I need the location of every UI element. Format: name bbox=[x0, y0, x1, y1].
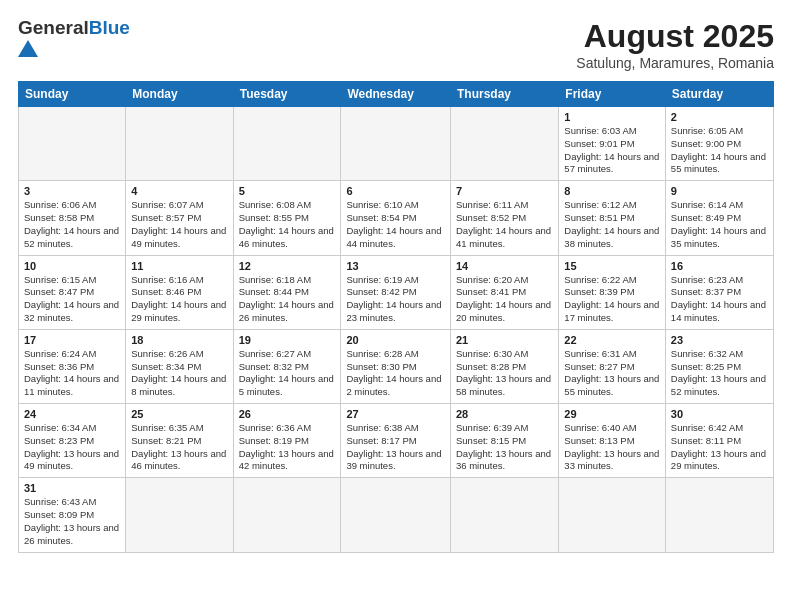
day-info: Sunrise: 6:30 AM Sunset: 8:28 PM Dayligh… bbox=[456, 348, 553, 399]
day-number: 10 bbox=[24, 260, 120, 272]
calendar-subtitle: Satulung, Maramures, Romania bbox=[576, 55, 774, 71]
day-number: 2 bbox=[671, 111, 768, 123]
day-info: Sunrise: 6:34 AM Sunset: 8:23 PM Dayligh… bbox=[24, 422, 120, 473]
weekday-header-thursday: Thursday bbox=[451, 82, 559, 107]
day-cell: 13Sunrise: 6:19 AM Sunset: 8:42 PM Dayli… bbox=[341, 255, 451, 329]
day-cell: 23Sunrise: 6:32 AM Sunset: 8:25 PM Dayli… bbox=[665, 329, 773, 403]
day-cell: 7Sunrise: 6:11 AM Sunset: 8:52 PM Daylig… bbox=[451, 181, 559, 255]
day-number: 18 bbox=[131, 334, 227, 346]
day-cell bbox=[233, 478, 341, 552]
day-number: 22 bbox=[564, 334, 660, 346]
week-row-2: 3Sunrise: 6:06 AM Sunset: 8:58 PM Daylig… bbox=[19, 181, 774, 255]
day-info: Sunrise: 6:20 AM Sunset: 8:41 PM Dayligh… bbox=[456, 274, 553, 325]
day-number: 5 bbox=[239, 185, 336, 197]
day-cell: 6Sunrise: 6:10 AM Sunset: 8:54 PM Daylig… bbox=[341, 181, 451, 255]
day-number: 25 bbox=[131, 408, 227, 420]
day-info: Sunrise: 6:14 AM Sunset: 8:49 PM Dayligh… bbox=[671, 199, 768, 250]
day-number: 16 bbox=[671, 260, 768, 272]
day-number: 9 bbox=[671, 185, 768, 197]
day-info: Sunrise: 6:07 AM Sunset: 8:57 PM Dayligh… bbox=[131, 199, 227, 250]
day-info: Sunrise: 6:26 AM Sunset: 8:34 PM Dayligh… bbox=[131, 348, 227, 399]
day-info: Sunrise: 6:11 AM Sunset: 8:52 PM Dayligh… bbox=[456, 199, 553, 250]
day-info: Sunrise: 6:24 AM Sunset: 8:36 PM Dayligh… bbox=[24, 348, 120, 399]
day-info: Sunrise: 6:42 AM Sunset: 8:11 PM Dayligh… bbox=[671, 422, 768, 473]
logo-icon bbox=[18, 40, 38, 57]
day-number: 15 bbox=[564, 260, 660, 272]
weekday-header-sunday: Sunday bbox=[19, 82, 126, 107]
day-cell: 20Sunrise: 6:28 AM Sunset: 8:30 PM Dayli… bbox=[341, 329, 451, 403]
day-info: Sunrise: 6:03 AM Sunset: 9:01 PM Dayligh… bbox=[564, 125, 660, 176]
day-info: Sunrise: 6:18 AM Sunset: 8:44 PM Dayligh… bbox=[239, 274, 336, 325]
day-info: Sunrise: 6:05 AM Sunset: 9:00 PM Dayligh… bbox=[671, 125, 768, 176]
day-cell: 29Sunrise: 6:40 AM Sunset: 8:13 PM Dayli… bbox=[559, 404, 666, 478]
day-cell: 3Sunrise: 6:06 AM Sunset: 8:58 PM Daylig… bbox=[19, 181, 126, 255]
day-cell: 4Sunrise: 6:07 AM Sunset: 8:57 PM Daylig… bbox=[126, 181, 233, 255]
day-number: 29 bbox=[564, 408, 660, 420]
day-info: Sunrise: 6:31 AM Sunset: 8:27 PM Dayligh… bbox=[564, 348, 660, 399]
day-number: 7 bbox=[456, 185, 553, 197]
day-cell: 16Sunrise: 6:23 AM Sunset: 8:37 PM Dayli… bbox=[665, 255, 773, 329]
day-number: 26 bbox=[239, 408, 336, 420]
day-cell bbox=[451, 478, 559, 552]
day-cell: 1Sunrise: 6:03 AM Sunset: 9:01 PM Daylig… bbox=[559, 107, 666, 181]
day-cell: 15Sunrise: 6:22 AM Sunset: 8:39 PM Dayli… bbox=[559, 255, 666, 329]
day-cell: 22Sunrise: 6:31 AM Sunset: 8:27 PM Dayli… bbox=[559, 329, 666, 403]
day-cell bbox=[341, 478, 451, 552]
day-info: Sunrise: 6:32 AM Sunset: 8:25 PM Dayligh… bbox=[671, 348, 768, 399]
day-number: 31 bbox=[24, 482, 120, 494]
day-number: 12 bbox=[239, 260, 336, 272]
week-row-5: 24Sunrise: 6:34 AM Sunset: 8:23 PM Dayli… bbox=[19, 404, 774, 478]
weekday-header-monday: Monday bbox=[126, 82, 233, 107]
logo: GeneralBlue bbox=[18, 18, 130, 57]
day-number: 17 bbox=[24, 334, 120, 346]
day-cell: 30Sunrise: 6:42 AM Sunset: 8:11 PM Dayli… bbox=[665, 404, 773, 478]
day-info: Sunrise: 6:19 AM Sunset: 8:42 PM Dayligh… bbox=[346, 274, 445, 325]
day-cell: 26Sunrise: 6:36 AM Sunset: 8:19 PM Dayli… bbox=[233, 404, 341, 478]
day-number: 6 bbox=[346, 185, 445, 197]
day-cell: 12Sunrise: 6:18 AM Sunset: 8:44 PM Dayli… bbox=[233, 255, 341, 329]
day-cell bbox=[126, 107, 233, 181]
day-cell: 21Sunrise: 6:30 AM Sunset: 8:28 PM Dayli… bbox=[451, 329, 559, 403]
calendar-title: August 2025 bbox=[576, 18, 774, 55]
weekday-header-wednesday: Wednesday bbox=[341, 82, 451, 107]
day-info: Sunrise: 6:35 AM Sunset: 8:21 PM Dayligh… bbox=[131, 422, 227, 473]
calendar-header: SundayMondayTuesdayWednesdayThursdayFrid… bbox=[19, 82, 774, 107]
day-info: Sunrise: 6:27 AM Sunset: 8:32 PM Dayligh… bbox=[239, 348, 336, 399]
day-cell: 17Sunrise: 6:24 AM Sunset: 8:36 PM Dayli… bbox=[19, 329, 126, 403]
day-cell bbox=[126, 478, 233, 552]
day-cell bbox=[451, 107, 559, 181]
week-row-1: 1Sunrise: 6:03 AM Sunset: 9:01 PM Daylig… bbox=[19, 107, 774, 181]
day-cell: 5Sunrise: 6:08 AM Sunset: 8:55 PM Daylig… bbox=[233, 181, 341, 255]
day-info: Sunrise: 6:06 AM Sunset: 8:58 PM Dayligh… bbox=[24, 199, 120, 250]
day-cell bbox=[559, 478, 666, 552]
day-info: Sunrise: 6:43 AM Sunset: 8:09 PM Dayligh… bbox=[24, 496, 120, 547]
day-number: 4 bbox=[131, 185, 227, 197]
day-cell: 19Sunrise: 6:27 AM Sunset: 8:32 PM Dayli… bbox=[233, 329, 341, 403]
day-number: 13 bbox=[346, 260, 445, 272]
weekday-header-friday: Friday bbox=[559, 82, 666, 107]
week-row-3: 10Sunrise: 6:15 AM Sunset: 8:47 PM Dayli… bbox=[19, 255, 774, 329]
weekday-row: SundayMondayTuesdayWednesdayThursdayFrid… bbox=[19, 82, 774, 107]
day-cell: 25Sunrise: 6:35 AM Sunset: 8:21 PM Dayli… bbox=[126, 404, 233, 478]
day-cell: 9Sunrise: 6:14 AM Sunset: 8:49 PM Daylig… bbox=[665, 181, 773, 255]
day-cell: 8Sunrise: 6:12 AM Sunset: 8:51 PM Daylig… bbox=[559, 181, 666, 255]
day-info: Sunrise: 6:28 AM Sunset: 8:30 PM Dayligh… bbox=[346, 348, 445, 399]
day-number: 24 bbox=[24, 408, 120, 420]
week-row-6: 31Sunrise: 6:43 AM Sunset: 8:09 PM Dayli… bbox=[19, 478, 774, 552]
day-info: Sunrise: 6:16 AM Sunset: 8:46 PM Dayligh… bbox=[131, 274, 227, 325]
day-info: Sunrise: 6:12 AM Sunset: 8:51 PM Dayligh… bbox=[564, 199, 660, 250]
day-info: Sunrise: 6:36 AM Sunset: 8:19 PM Dayligh… bbox=[239, 422, 336, 473]
day-cell: 31Sunrise: 6:43 AM Sunset: 8:09 PM Dayli… bbox=[19, 478, 126, 552]
day-cell: 14Sunrise: 6:20 AM Sunset: 8:41 PM Dayli… bbox=[451, 255, 559, 329]
day-number: 1 bbox=[564, 111, 660, 123]
day-cell: 24Sunrise: 6:34 AM Sunset: 8:23 PM Dayli… bbox=[19, 404, 126, 478]
day-cell: 11Sunrise: 6:16 AM Sunset: 8:46 PM Dayli… bbox=[126, 255, 233, 329]
day-number: 30 bbox=[671, 408, 768, 420]
day-number: 28 bbox=[456, 408, 553, 420]
day-number: 20 bbox=[346, 334, 445, 346]
week-row-4: 17Sunrise: 6:24 AM Sunset: 8:36 PM Dayli… bbox=[19, 329, 774, 403]
day-cell: 18Sunrise: 6:26 AM Sunset: 8:34 PM Dayli… bbox=[126, 329, 233, 403]
day-info: Sunrise: 6:22 AM Sunset: 8:39 PM Dayligh… bbox=[564, 274, 660, 325]
page: GeneralBlue August 2025 Satulung, Maramu… bbox=[0, 0, 792, 612]
day-info: Sunrise: 6:39 AM Sunset: 8:15 PM Dayligh… bbox=[456, 422, 553, 473]
